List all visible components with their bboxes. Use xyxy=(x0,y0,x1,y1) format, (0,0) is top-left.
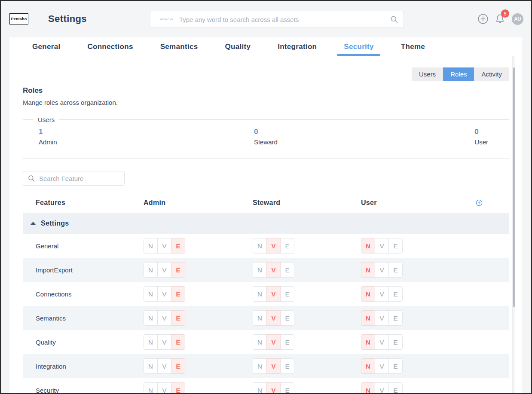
tab-semantics[interactable]: Semantics xyxy=(154,37,205,56)
steward-permission-n[interactable]: N xyxy=(253,238,267,254)
user-permission-n[interactable]: N xyxy=(361,238,375,254)
user-permission-v[interactable]: V xyxy=(375,286,389,302)
admin-permission-v[interactable]: V xyxy=(157,382,171,394)
steward-permission-v[interactable]: V xyxy=(266,238,281,254)
stat-label: Admin xyxy=(39,138,57,146)
steward-permission-n[interactable]: N xyxy=(253,286,267,302)
view-toggle-roles[interactable]: Roles xyxy=(443,67,474,81)
steward-permission-e[interactable]: E xyxy=(280,310,294,326)
feature-search-input[interactable] xyxy=(39,175,120,182)
pentaho-logo: Pentaho xyxy=(9,13,28,24)
steward-permission-e[interactable]: E xyxy=(280,238,294,254)
steward-permission-n[interactable]: N xyxy=(253,310,267,326)
feature-label: Integration xyxy=(36,363,144,370)
global-search-input[interactable] xyxy=(179,16,390,23)
user-permission-toggle: NVE xyxy=(361,358,403,374)
admin-permission-v[interactable]: V xyxy=(157,334,171,350)
steward-permission-e[interactable]: E xyxy=(280,358,294,374)
user-permission-n[interactable]: N xyxy=(361,286,375,302)
steward-permission-n[interactable]: N xyxy=(253,382,267,394)
steward-permission-v[interactable]: V xyxy=(266,310,281,326)
user-permission-n[interactable]: N xyxy=(361,262,375,278)
user-permission-e[interactable]: E xyxy=(388,358,403,374)
group-row-settings[interactable]: Settings xyxy=(23,213,509,234)
scrollbar[interactable] xyxy=(512,56,515,394)
admin-permission-v[interactable]: V xyxy=(157,262,171,278)
user-permission-e[interactable]: E xyxy=(388,382,403,394)
steward-permission-v[interactable]: V xyxy=(266,382,281,394)
tab-general[interactable]: General xyxy=(26,37,67,56)
admin-permission-v[interactable]: V xyxy=(157,238,171,254)
user-stat-admin: 1Admin xyxy=(39,128,57,146)
steward-permission-n[interactable]: N xyxy=(253,334,267,350)
user-permission-e[interactable]: E xyxy=(388,310,403,326)
user-permission-e[interactable]: E xyxy=(388,262,403,278)
steward-permission-e[interactable]: E xyxy=(280,286,294,302)
feature-search[interactable] xyxy=(23,171,125,186)
steward-cell: NVE xyxy=(253,358,361,374)
admin-permission-n[interactable]: N xyxy=(144,382,158,394)
admin-permission-e[interactable]: E xyxy=(171,286,185,302)
user-permission-v[interactable]: V xyxy=(375,238,389,254)
user-permission-v[interactable]: V xyxy=(375,310,389,326)
user-permission-n[interactable]: N xyxy=(361,334,375,350)
admin-permission-v[interactable]: V xyxy=(157,286,171,302)
users-summary-legend: Users xyxy=(34,116,59,123)
user-cell: NVE xyxy=(361,238,509,254)
admin-permission-v[interactable]: V xyxy=(157,310,171,326)
add-icon[interactable] xyxy=(477,13,489,24)
tab-security[interactable]: Security xyxy=(337,37,380,56)
user-permission-v[interactable]: V xyxy=(375,358,389,374)
steward-permission-n[interactable]: N xyxy=(253,262,267,278)
steward-permission-e[interactable]: E xyxy=(280,382,294,394)
admin-permission-e[interactable]: E xyxy=(171,262,185,278)
user-permission-n[interactable]: N xyxy=(361,358,375,374)
collapse-icon[interactable] xyxy=(31,222,36,225)
user-permission-n[interactable]: N xyxy=(361,382,375,394)
admin-permission-e[interactable]: E xyxy=(171,358,185,374)
feature-label: Security xyxy=(36,387,144,394)
user-permission-e[interactable]: E xyxy=(388,238,403,254)
user-permission-v[interactable]: V xyxy=(375,334,389,350)
user-permission-toggle: NVE xyxy=(361,286,403,302)
admin-permission-e[interactable]: E xyxy=(171,238,185,254)
steward-permission-v[interactable]: V xyxy=(266,262,281,278)
tab-quality[interactable]: Quality xyxy=(218,37,257,56)
steward-permission-e[interactable]: E xyxy=(280,262,294,278)
avatar[interactable]: AU xyxy=(512,13,523,25)
user-permission-e[interactable]: E xyxy=(388,334,403,350)
user-permission-n[interactable]: N xyxy=(361,310,375,326)
admin-permission-e[interactable]: E xyxy=(171,382,185,394)
steward-permission-toggle: NVE xyxy=(253,334,294,350)
global-search[interactable]: HITACHI xyxy=(150,11,404,28)
tab-integration[interactable]: Integration xyxy=(271,37,323,56)
steward-permission-n[interactable]: N xyxy=(253,358,267,374)
notifications-button[interactable]: 5 xyxy=(495,13,505,25)
user-permission-e[interactable]: E xyxy=(388,286,403,302)
admin-permission-e[interactable]: E xyxy=(171,310,185,326)
admin-permission-n[interactable]: N xyxy=(144,310,158,326)
stat-label: User xyxy=(474,138,488,146)
admin-permission-n[interactable]: N xyxy=(144,286,158,302)
steward-permission-v[interactable]: V xyxy=(266,286,281,302)
view-toggle-users[interactable]: Users xyxy=(412,67,443,81)
admin-permission-n[interactable]: N xyxy=(144,334,158,350)
admin-permission-v[interactable]: V xyxy=(157,358,171,374)
steward-permission-v[interactable]: V xyxy=(266,334,281,350)
admin-permission-e[interactable]: E xyxy=(171,334,185,350)
steward-permission-v[interactable]: V xyxy=(266,358,281,374)
steward-permission-e[interactable]: E xyxy=(280,334,294,350)
tab-connections[interactable]: Connections xyxy=(81,37,139,56)
user-permission-v[interactable]: V xyxy=(375,382,389,394)
search-icon[interactable] xyxy=(390,15,398,24)
tab-theme[interactable]: Theme xyxy=(394,37,431,56)
view-toggle-activity[interactable]: Activity xyxy=(474,67,509,81)
admin-permission-n[interactable]: N xyxy=(144,358,158,374)
permissions-table: FeaturesAdminStewardUser Settings Genera… xyxy=(23,193,509,394)
scrollbar-thumb[interactable] xyxy=(513,67,515,307)
user-permission-v[interactable]: V xyxy=(375,262,389,278)
add-role-icon[interactable] xyxy=(476,199,483,206)
admin-permission-n[interactable]: N xyxy=(144,238,158,254)
admin-permission-n[interactable]: N xyxy=(144,262,158,278)
feature-label: General xyxy=(36,242,144,250)
